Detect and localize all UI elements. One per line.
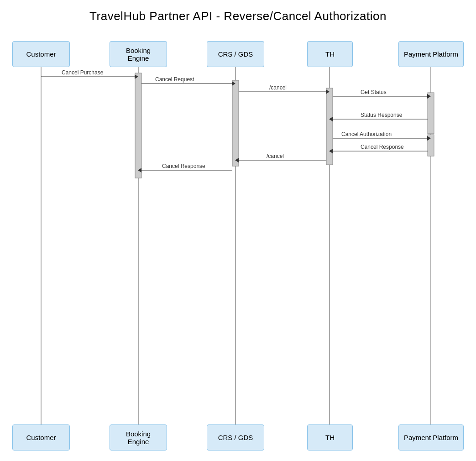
label-get-status: Get Status	[361, 89, 387, 95]
label-status-response: Status Response	[361, 112, 403, 118]
activation-booking-engine	[135, 73, 141, 178]
label-cancel-purchase: Cancel Purchase	[62, 69, 104, 76]
label-cancel-auth: Cancel Authorization	[341, 131, 392, 137]
label-cancel-th-crs: /cancel	[267, 153, 284, 159]
label-cancel-request: Cancel Request	[155, 76, 194, 83]
activation-payment-platform-1	[428, 93, 434, 134]
label-cancel-crs-th: /cancel	[269, 84, 287, 91]
label-cancel-response-crs-be: Cancel Response	[162, 163, 205, 169]
activation-crs-gds	[232, 80, 239, 166]
diagram-svg: Cancel Purchase Cancel Request /cancel G…	[0, 0, 476, 461]
sequence-diagram: TravelHub Partner API - Reverse/Cancel A…	[0, 0, 476, 461]
activation-th	[326, 88, 333, 165]
label-cancel-response-pp-th: Cancel Response	[361, 144, 404, 150]
